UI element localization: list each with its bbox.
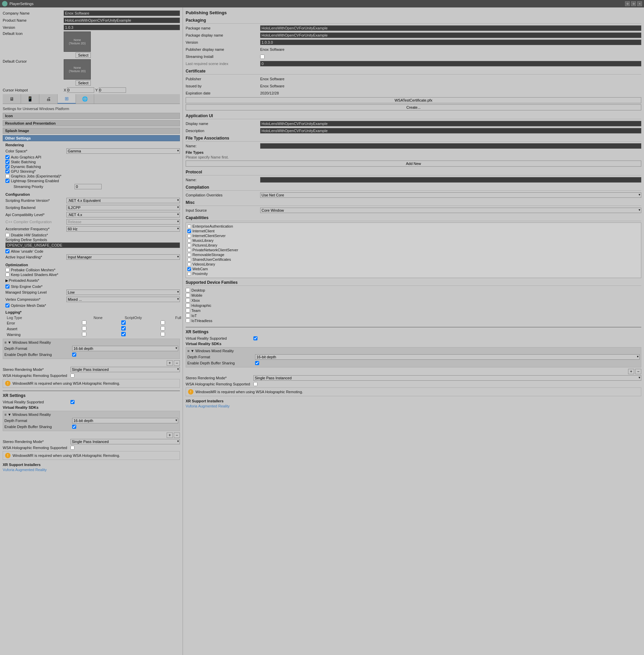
device-iot-headless-checkbox[interactable] xyxy=(186,318,190,323)
vr-supported-checkbox-left[interactable] xyxy=(70,400,75,404)
dynamic-batching-checkbox[interactable] xyxy=(5,165,9,169)
stereo-rendering-dropdown-left[interactable]: Single Pass Instanced xyxy=(70,367,180,372)
prebake-meshes-checkbox[interactable] xyxy=(5,268,9,272)
assert-full-checkbox[interactable] xyxy=(161,326,165,331)
settings-btn-1[interactable]: ⚙ xyxy=(625,1,630,6)
xr-plus-btn-right[interactable]: + xyxy=(628,369,634,374)
tab-icon-monitor[interactable]: 🖥 xyxy=(3,94,21,104)
device-desktop-checkbox[interactable] xyxy=(186,288,190,292)
xr-depth-format-dropdown-right[interactable]: 16-bit depth xyxy=(255,354,640,360)
wsa-cert-button[interactable]: WSATestCertificate.pfx xyxy=(186,97,641,103)
package-name-input[interactable] xyxy=(260,25,641,31)
error-full-checkbox[interactable] xyxy=(161,320,165,325)
managed-stripping-dropdown[interactable]: Low xyxy=(66,290,180,295)
pub-version-input[interactable] xyxy=(260,40,641,45)
add-new-button[interactable]: Add New xyxy=(186,161,641,167)
input-source-dropdown[interactable]: Core Window xyxy=(260,208,641,213)
xr-depth-sharing-checkbox-left[interactable] xyxy=(72,425,76,429)
wmr-minus-btn[interactable]: − xyxy=(174,360,180,366)
assert-none-checkbox[interactable] xyxy=(82,326,86,331)
cap-webcam-checkbox[interactable] xyxy=(187,267,191,271)
cap-internet-client-server-checkbox[interactable] xyxy=(187,234,191,238)
cap-music-library-checkbox[interactable] xyxy=(187,239,191,242)
device-holographic-checkbox[interactable] xyxy=(186,303,190,308)
optimize-mesh-checkbox[interactable] xyxy=(5,303,9,308)
app-description-input[interactable] xyxy=(260,128,641,133)
vuforia-link-right[interactable]: Vuforia Augmented Reality xyxy=(186,404,230,408)
auto-graphics-api-checkbox[interactable] xyxy=(5,155,9,159)
vuforia-link-left[interactable]: Vuforia Augmented Reality xyxy=(3,468,47,472)
xr-depth-sharing-checkbox-right[interactable] xyxy=(255,361,259,365)
device-xbox-checkbox[interactable] xyxy=(186,298,190,302)
xr-stereo-dropdown-left[interactable]: Single Pass Instanced xyxy=(70,439,180,444)
last-required-scene-input[interactable] xyxy=(260,61,641,66)
warning-none-checkbox[interactable] xyxy=(82,332,86,336)
close-btn[interactable]: ✕ xyxy=(637,1,642,6)
cap-enterprise-auth-checkbox[interactable] xyxy=(187,225,191,228)
tab-icon-web[interactable]: 🌐 xyxy=(76,94,94,104)
wmr-plus-btn[interactable]: + xyxy=(167,360,173,366)
xr-minus-btn-right[interactable]: − xyxy=(635,369,641,374)
cap-videos-library-checkbox[interactable] xyxy=(187,262,191,266)
gpu-skinning-checkbox[interactable] xyxy=(5,169,9,173)
scripting-backend-dropdown[interactable]: IL2CPP xyxy=(66,205,180,210)
static-batching-checkbox[interactable] xyxy=(5,160,9,164)
tab-icon-phone[interactable]: 📱 xyxy=(21,94,39,104)
display-name-input[interactable] xyxy=(260,121,641,126)
graphics-jobs-checkbox[interactable] xyxy=(5,174,9,178)
xr-wsa-checkbox-right[interactable] xyxy=(253,382,257,386)
allow-unsafe-checkbox[interactable] xyxy=(5,249,9,253)
xr-plus-btn-left[interactable]: + xyxy=(167,432,173,438)
streaming-install-checkbox[interactable] xyxy=(260,55,265,59)
keep-shaders-checkbox[interactable] xyxy=(5,273,9,277)
create-cert-button[interactable]: Create... xyxy=(186,104,641,110)
version-input[interactable] xyxy=(64,25,180,30)
vertex-compression-dropdown[interactable]: Mixed ... xyxy=(66,297,180,302)
product-name-input[interactable] xyxy=(64,18,180,23)
device-team-checkbox[interactable] xyxy=(186,308,190,313)
wmr-depth-sharing-checkbox[interactable] xyxy=(72,353,76,357)
device-iot-checkbox[interactable] xyxy=(186,313,190,318)
protocol-name-input[interactable] xyxy=(260,177,641,183)
cap-private-network-checkbox[interactable] xyxy=(187,248,191,252)
cap-proximity-checkbox[interactable] xyxy=(187,272,191,276)
tab-icon-windows[interactable]: ⊞ xyxy=(58,94,76,104)
section-splash-header[interactable]: Splash Image xyxy=(3,128,180,134)
xr-depth-format-dropdown-left[interactable]: 16-bit depth xyxy=(72,418,178,423)
select-icon-button[interactable]: Select xyxy=(76,52,91,58)
warning-scriptonly-checkbox[interactable] xyxy=(121,332,126,336)
cursor-y-input[interactable] xyxy=(99,87,126,93)
strip-engine-checkbox[interactable] xyxy=(5,284,9,289)
xr-wsa-checkbox-left[interactable] xyxy=(70,446,75,450)
company-name-input[interactable] xyxy=(64,10,180,16)
cursor-x-input[interactable] xyxy=(67,87,94,93)
cap-pictures-library-checkbox[interactable] xyxy=(187,244,191,247)
xr-minus-btn-left[interactable]: − xyxy=(174,432,180,438)
api-compat-dropdown[interactable]: .NET 4.x xyxy=(66,212,180,217)
scripting-define-input[interactable] xyxy=(5,242,180,248)
lightmap-streaming-checkbox[interactable] xyxy=(5,179,9,183)
select-cursor-button[interactable]: Select xyxy=(76,80,91,86)
wmr-depth-format-dropdown[interactable]: 16-bit depth xyxy=(72,346,178,351)
cap-internet-client-checkbox[interactable] xyxy=(187,229,191,233)
tab-icon-tv[interactable]: 🖨 xyxy=(39,94,58,104)
error-scriptonly-checkbox[interactable] xyxy=(121,320,126,325)
xr-stereo-dropdown-right[interactable]: Single Pass Instanced xyxy=(253,375,641,381)
section-other-header[interactable]: Other Settings xyxy=(3,135,180,141)
streaming-priority-input[interactable] xyxy=(75,184,102,189)
device-mobile-checkbox[interactable] xyxy=(186,293,190,297)
package-display-name-input[interactable] xyxy=(260,33,641,38)
vr-supported-checkbox-right[interactable] xyxy=(253,336,257,340)
settings-btn-2[interactable]: ⚙ xyxy=(631,1,636,6)
active-input-dropdown[interactable]: Input Manager xyxy=(66,254,180,260)
disable-hw-stats-checkbox[interactable] xyxy=(5,233,9,237)
section-resolution-header[interactable]: Resolution and Presentation xyxy=(3,120,180,126)
assert-scriptonly-checkbox[interactable] xyxy=(121,326,126,331)
scripting-runtime-dropdown[interactable]: .NET 4.x Equivalent xyxy=(66,198,180,203)
cap-shared-user-certs-checkbox[interactable] xyxy=(187,258,191,261)
warning-full-checkbox[interactable] xyxy=(161,332,165,336)
error-none-checkbox[interactable] xyxy=(82,320,86,325)
compilation-overrides-dropdown[interactable]: Use Net Core xyxy=(260,192,641,198)
fta-name-input[interactable] xyxy=(260,143,641,149)
accel-freq-dropdown[interactable]: 60 Hz xyxy=(66,226,180,232)
